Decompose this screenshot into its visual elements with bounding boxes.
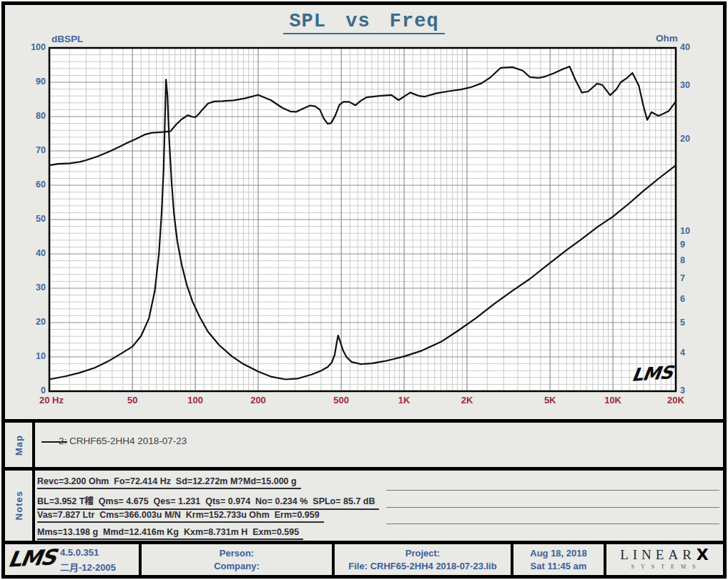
y-right-tick: 9 — [680, 240, 685, 250]
y-left-tick: 100 — [19, 42, 46, 52]
x-tick: 10K — [604, 395, 621, 405]
y-right-tick: 40 — [680, 42, 690, 52]
version-text: 4.5.0.351 — [60, 547, 99, 558]
notes-rule-1 — [386, 490, 719, 491]
linearx-logo: LINEARX SYSTEMS — [605, 546, 724, 570]
notes-line-1: Revc=3.200 Ohm Fo=72.414 Hz Sd=12.272m M… — [37, 476, 301, 489]
company-label: Company: — [142, 561, 332, 571]
linearx-logo-main: LINEAR — [620, 547, 696, 562]
linearx-logo-sub: SYSTEMS — [605, 564, 724, 570]
chart-title: SPL vs Freq — [0, 11, 728, 34]
y-left-tick: 90 — [19, 77, 46, 87]
x-tick: 200 — [250, 395, 266, 405]
notes-tab[interactable]: Notes — [5, 471, 32, 541]
build-date-text: 二月-12-2005 — [60, 560, 116, 574]
map-tab-label: Map — [14, 435, 24, 456]
file-label: File: CRHF65-2HH4 2018-07-23.lib — [335, 561, 511, 571]
y-right-tick: 20 — [680, 134, 690, 144]
y-left-tick: 60 — [19, 180, 46, 190]
divider-graph-map — [5, 419, 723, 423]
lms-logo: LMS — [6, 544, 57, 571]
left-axis-unit-label: dBSPL — [51, 34, 83, 44]
map-tab[interactable]: Map — [5, 423, 32, 467]
y-left-tick: 70 — [19, 145, 46, 155]
footer-time: Sat 11:45 am — [513, 561, 604, 571]
lms-window: SPL vs Freq dBSPL Ohm LMS 10090807060504… — [0, 0, 728, 580]
y-right-tick: 10 — [680, 226, 690, 236]
y-left-tick: 30 — [19, 282, 46, 293]
x-tick: 50 — [127, 395, 137, 405]
notes-rule-3 — [386, 524, 719, 524]
y-left-tick: 80 — [19, 111, 46, 121]
y-left-tick: 20 — [19, 317, 46, 327]
x-tick: 500 — [333, 395, 349, 405]
notes-line-3: Vas=7.827 Ltr Cms=366.003u M/N Krm=152.7… — [37, 510, 324, 523]
y-left-tick: 10 — [19, 351, 46, 361]
y-right-tick: 7 — [680, 273, 685, 283]
y-right-tick: 3 — [680, 385, 685, 395]
right-axis-unit-label: Ohm — [656, 33, 678, 44]
y-right-tick: 8 — [680, 255, 685, 265]
notes-line-4: Mms=13.198 g Mmd=12.416m Kg Kxm=8.731m H… — [37, 527, 303, 540]
project-label: Project: — [335, 548, 511, 559]
x-tick: 2K — [461, 395, 473, 405]
spl-impedance-plot — [0, 0, 728, 429]
y-right-tick: 6 — [680, 294, 685, 304]
x-tick: 1K — [398, 395, 410, 405]
x-tick: 100 — [187, 395, 203, 405]
notes-tab-divider — [32, 471, 35, 541]
x-tick: 20 Hz — [39, 395, 64, 405]
lms-watermark: LMS — [631, 362, 674, 385]
y-right-tick: 30 — [680, 80, 690, 90]
divider-map-notes — [5, 467, 723, 471]
notes-line-2: BL=3.952 T稽 Qms= 4.675 Qes= 1.231 Qts= 0… — [37, 493, 379, 510]
y-left-tick: 40 — [19, 248, 46, 258]
y-left-tick: 0 — [19, 385, 46, 395]
footer-date: Aug 18, 2018 — [513, 548, 604, 559]
y-right-tick: 5 — [680, 318, 685, 328]
x-tick: 20K — [667, 395, 684, 405]
y-right-tick: 4 — [680, 348, 685, 358]
map-tab-divider — [32, 423, 35, 467]
notes-tab-label: Notes — [14, 491, 24, 520]
notes-rule-2 — [386, 507, 719, 508]
y-left-tick: 50 — [19, 214, 46, 224]
linearx-logo-x: X — [697, 546, 709, 564]
person-label: Person: — [142, 548, 332, 559]
divider-notes-footer — [5, 541, 723, 544]
x-tick: 5K — [544, 395, 556, 405]
legend-entry[interactable]: 2: CRHF65-2HH4 2018-07-23 — [59, 436, 187, 446]
